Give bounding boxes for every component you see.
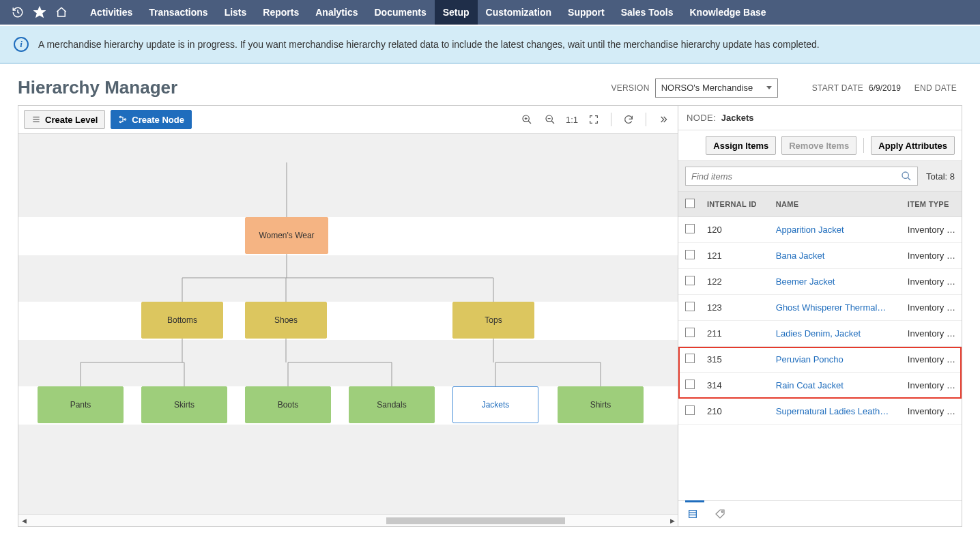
row-checkbox[interactable]: [685, 224, 695, 233]
end-date-label: END DATE: [914, 83, 957, 93]
cell-internal-id: 120: [702, 217, 770, 243]
row-checkbox[interactable]: [685, 380, 695, 389]
row-checkbox[interactable]: [685, 250, 695, 259]
node-sandals[interactable]: Sandals: [349, 386, 435, 423]
create-node-label: Create Node: [132, 115, 184, 125]
fullscreen-icon[interactable]: [585, 111, 603, 128]
horizontal-scrollbar[interactable]: ◀ ▶: [18, 514, 678, 526]
svg-point-19: [721, 511, 723, 512]
node-women-s-wear[interactable]: Women's Wear: [245, 217, 328, 254]
table-row[interactable]: 210 Supernatural Ladies Leath… Inventory…: [678, 399, 962, 425]
cell-item-type: Inventory I…: [902, 347, 962, 373]
cell-item-type: Inventory I…: [902, 295, 962, 321]
info-banner: i A merchandise hierarchy update is in p…: [0, 26, 980, 63]
node-skirts[interactable]: Skirts: [141, 386, 227, 423]
start-date-label: START DATE: [812, 83, 863, 93]
nav-support[interactable]: Support: [560, 0, 613, 25]
cell-name-link[interactable]: Peruvian Poncho: [770, 347, 902, 373]
scroll-thumb[interactable]: [386, 517, 565, 524]
table-row[interactable]: 123 Ghost Whisperer Thermal… Inventory I…: [678, 295, 962, 321]
start-date-field: START DATE 6/9/2019: [812, 83, 901, 93]
hierarchy-canvas[interactable]: Women's WearBottomsShoesTopsPantsSkirtsB…: [18, 134, 678, 514]
table-row[interactable]: 314 Rain Coat Jacket Inventory I…: [678, 373, 962, 399]
cell-item-type: Inventory I…: [902, 321, 962, 347]
node-bottoms[interactable]: Bottoms: [141, 302, 223, 339]
active-tab-indicator: [685, 500, 704, 502]
node-boots[interactable]: Boots: [245, 386, 331, 423]
top-nav: ActivitiesTransactionsListsReportsAnalyt…: [0, 0, 980, 25]
col-internal-id[interactable]: INTERNAL ID: [702, 192, 770, 217]
create-node-button[interactable]: Create Node: [111, 110, 192, 129]
canvas-toolbar: Create Level Create Node 1:1: [18, 106, 678, 134]
row-checkbox[interactable]: [685, 328, 695, 337]
cell-internal-id: 211: [702, 321, 770, 347]
assign-items-button[interactable]: Assign Items: [706, 136, 776, 155]
zoom-out-icon[interactable]: [541, 111, 559, 128]
chevron-down-icon: [766, 86, 772, 89]
cell-name-link[interactable]: Beemer Jacket: [770, 269, 902, 295]
star-icon[interactable]: [30, 3, 49, 22]
cell-name-link[interactable]: Bana Jacket: [770, 243, 902, 269]
table-row[interactable]: 122 Beemer Jacket Inventory I…: [678, 269, 962, 295]
items-table: INTERNAL ID NAME ITEM TYPE 120 Apparitio…: [678, 192, 962, 425]
cell-name-link[interactable]: Apparition Jacket: [770, 217, 902, 243]
refresh-icon[interactable]: [620, 111, 637, 128]
history-icon[interactable]: [8, 3, 27, 22]
side-footer: [678, 500, 962, 526]
row-checkbox[interactable]: [685, 354, 695, 363]
svg-rect-16: [689, 510, 697, 517]
version-value: NORSO's Merchandise: [661, 83, 753, 93]
node-jackets[interactable]: Jackets: [452, 386, 538, 423]
col-name[interactable]: NAME: [770, 192, 902, 217]
cell-item-type: Inventory I…: [902, 399, 962, 425]
nav-transactions[interactable]: Transactions: [141, 0, 216, 25]
cell-name-link[interactable]: Ladies Denim, Jacket: [770, 321, 902, 347]
node-pants[interactable]: Pants: [38, 386, 124, 423]
zoom-in-icon[interactable]: [518, 111, 536, 128]
connectors: [18, 134, 678, 514]
svg-line-15: [908, 177, 910, 180]
nav-customization[interactable]: Customization: [478, 0, 560, 25]
table-row[interactable]: 121 Bana Jacket Inventory I…: [678, 243, 962, 269]
table-row[interactable]: 120 Apparition Jacket Inventory I…: [678, 217, 962, 243]
nav-analytics[interactable]: Analytics: [307, 0, 366, 25]
node-shoes[interactable]: Shoes: [245, 302, 327, 339]
nav-knowledge-base[interactable]: Knowledge Base: [681, 0, 774, 25]
side-actions: Assign Items Remove Items Apply Attribut…: [678, 130, 962, 161]
list-view-icon[interactable]: [685, 506, 700, 522]
node-label: NODE:: [687, 113, 716, 123]
node-shirts[interactable]: Shirts: [558, 386, 644, 423]
row-checkbox[interactable]: [685, 405, 695, 415]
separator: [611, 113, 611, 126]
nav-sales-tools[interactable]: Sales Tools: [613, 0, 682, 25]
nav-setup[interactable]: Setup: [435, 0, 478, 25]
start-date-value: 6/9/2019: [869, 83, 901, 93]
node-tops[interactable]: Tops: [452, 302, 534, 339]
cell-name-link[interactable]: Ghost Whisperer Thermal…: [770, 295, 902, 321]
tag-view-icon[interactable]: [712, 506, 727, 522]
home-icon[interactable]: [52, 3, 71, 22]
table-row[interactable]: 211 Ladies Denim, Jacket Inventory I…: [678, 321, 962, 347]
row-checkbox[interactable]: [685, 276, 695, 285]
table-row[interactable]: 315 Peruvian Poncho Inventory I…: [678, 347, 962, 373]
row-checkbox[interactable]: [685, 302, 695, 311]
nav-reports[interactable]: Reports: [255, 0, 307, 25]
version-select[interactable]: NORSO's Merchandise: [655, 78, 778, 98]
zoom-reset-button[interactable]: 1:1: [564, 115, 579, 125]
scroll-left-icon[interactable]: ◀: [18, 517, 29, 524]
nav-activities[interactable]: Activities: [82, 0, 141, 25]
svg-line-12: [551, 121, 554, 124]
version-field: VERSION NORSO's Merchandise: [611, 78, 778, 98]
nav-documents[interactable]: Documents: [366, 0, 434, 25]
search-input[interactable]: [691, 171, 901, 182]
scroll-right-icon[interactable]: ▶: [667, 517, 678, 524]
expand-icon[interactable]: [654, 111, 672, 128]
nav-lists[interactable]: Lists: [216, 0, 255, 25]
select-all-checkbox[interactable]: [685, 199, 695, 208]
apply-attributes-button[interactable]: Apply Attributes: [871, 136, 955, 155]
create-level-button[interactable]: Create Level: [24, 110, 105, 129]
search-box[interactable]: [685, 167, 918, 186]
cell-name-link[interactable]: Supernatural Ladies Leath…: [770, 399, 902, 425]
cell-name-link[interactable]: Rain Coat Jacket: [770, 373, 902, 399]
col-item-type[interactable]: ITEM TYPE: [902, 192, 962, 217]
